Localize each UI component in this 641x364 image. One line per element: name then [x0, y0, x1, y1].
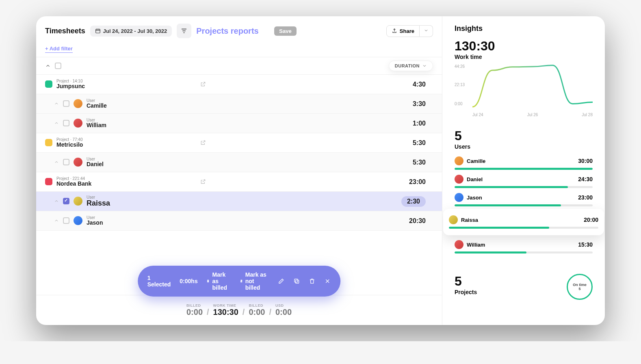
row-duration: 23:00 [409, 178, 426, 186]
footer-worktime-value: 130:30 [213, 308, 238, 316]
users-count-value: 5 [455, 128, 593, 143]
footer-usd-label: USD [275, 303, 292, 308]
insight-user-list: Camille 30:00 Daniel 24:30 Jason 23:00 R… [455, 154, 593, 254]
svg-rect-2 [295, 279, 298, 282]
chevron-down-icon [424, 28, 429, 33]
calendar-icon [95, 28, 101, 34]
worktime-chart: 44:26 22:13 0:00 Jul 24 Jul 26 Jul 28 [455, 64, 593, 117]
edit-icon [278, 278, 284, 284]
collapse-all-button[interactable] [45, 63, 51, 69]
date-range-text: Jul 24, 2022 - Jul 30, 2022 [103, 28, 167, 34]
row-checkbox[interactable] [63, 217, 69, 224]
selection-action-bar: 1 Selected 0:00hs Mark as billed Mark as… [138, 266, 341, 297]
insight-user-time: 24:30 [578, 176, 593, 182]
row-name: Metricsilo [56, 142, 83, 148]
expand-button[interactable] [54, 121, 59, 126]
close-selection-button[interactable] [324, 278, 331, 284]
row-name: Daniel [87, 161, 104, 167]
mark-billed-button[interactable]: Mark as billed [207, 271, 231, 291]
report-name-input[interactable] [196, 26, 269, 36]
user-row[interactable]: UserCamille3:30 [36, 94, 442, 114]
external-link-button[interactable] [200, 140, 206, 145]
row-checkbox[interactable] [63, 100, 69, 107]
insight-user-bar [449, 227, 598, 229]
insight-user-bar [455, 186, 593, 188]
row-duration: 5:30 [413, 139, 426, 147]
footer-usd-value: 0:00 [275, 308, 292, 316]
footer-worktime-label: WORK TIME [213, 303, 238, 308]
selection-count: 1 Selected [147, 275, 171, 288]
save-button[interactable]: Save [274, 26, 296, 36]
insight-user-item[interactable]: Daniel 24:30 [455, 172, 593, 188]
timesheet-rows: Project · 14:10Jumpsunc 4:30 UserCamille… [36, 75, 442, 295]
project-row[interactable]: Project · 14:10Jumpsunc 4:30 [36, 75, 442, 94]
user-row[interactable]: UserJason20:30 [36, 211, 442, 231]
row-checkbox[interactable] [63, 198, 69, 204]
expand-button[interactable] [54, 199, 59, 204]
delete-button[interactable] [309, 278, 315, 284]
user-avatar [455, 240, 463, 249]
users-count-label: Users [455, 143, 593, 150]
row-name: Jumpsunc [56, 83, 85, 89]
row-duration: 3:30 [413, 100, 426, 108]
receipt-icon [207, 278, 210, 284]
user-avatar [455, 175, 463, 184]
insight-user-item[interactable]: Raissa 20:00 [443, 209, 604, 235]
mark-not-billed-button[interactable]: Mark as not billed [240, 271, 269, 291]
expand-button[interactable] [54, 101, 59, 106]
select-all-checkbox[interactable] [55, 63, 61, 69]
copy-icon [293, 278, 300, 284]
footer-billed-label: BILLED [186, 303, 203, 308]
row-duration: 20:30 [409, 217, 426, 225]
chart-ytick: 22:13 [455, 82, 465, 87]
insight-user-name: Daniel [467, 176, 575, 182]
row-name: Nordea Bank [56, 181, 91, 187]
project-row[interactable]: Project · 221:44Nordea Bank 23:00 [36, 172, 442, 192]
add-filter-button[interactable]: + Add filter [45, 46, 73, 53]
edit-button[interactable] [278, 278, 284, 284]
chart-xtick: Jul 24 [472, 113, 483, 117]
project-row[interactable]: Project · 77:40Metricsilo 5:30 [36, 133, 442, 153]
date-range-button[interactable]: Jul 24, 2022 - Jul 30, 2022 [90, 26, 172, 37]
footer-billed2-label: BILLED [249, 303, 265, 308]
receipt-off-icon [240, 278, 243, 284]
insight-user-item[interactable]: Jason 23:00 [455, 191, 593, 206]
chart-xtick: Jul 28 [582, 113, 593, 117]
expand-button[interactable] [54, 160, 59, 165]
share-label: Share [400, 28, 414, 34]
ontime-ring: On time 5 [567, 274, 593, 300]
expand-button[interactable] [54, 218, 59, 223]
user-row[interactable]: UserRaissa2:30 [36, 192, 442, 211]
footer-totals: BILLED 0:00 / WORK TIME 130:30 / BILLED … [36, 295, 442, 325]
user-row[interactable]: UserWilliam1:00 [36, 114, 442, 133]
insight-user-name: William [467, 242, 575, 248]
user-avatar [74, 197, 82, 206]
selection-time: 0:00hs [180, 278, 197, 284]
share-button[interactable]: Share [386, 25, 420, 37]
insight-user-time: 15:30 [578, 241, 593, 248]
trash-icon [309, 278, 315, 284]
user-avatar [74, 99, 82, 108]
duration-column-header[interactable]: DURATION [389, 61, 433, 71]
external-link-button[interactable] [200, 179, 206, 184]
user-avatar [74, 119, 82, 128]
ontime-label: On time [573, 283, 587, 287]
user-row[interactable]: UserDaniel5:30 [36, 153, 442, 172]
insight-user-item[interactable]: William 15:30 [455, 238, 593, 254]
row-checkbox[interactable] [63, 159, 69, 165]
svg-rect-1 [296, 280, 299, 283]
insight-user-item[interactable]: Camille 30:00 [455, 154, 593, 170]
projects-count-label: Projects [455, 289, 477, 295]
close-icon [324, 278, 331, 284]
top-bar: Timesheets Jul 24, 2022 - Jul 30, 2022 S… [36, 16, 442, 41]
share-dropdown-button[interactable] [420, 25, 433, 37]
project-color-icon [45, 80, 52, 88]
external-link-button[interactable] [200, 81, 206, 87]
row-checkbox[interactable] [63, 120, 69, 126]
user-avatar [455, 156, 463, 165]
project-color-icon [45, 178, 52, 185]
filter-list-button[interactable] [177, 24, 191, 38]
insight-user-name: Raissa [461, 217, 580, 223]
user-avatar [455, 193, 463, 202]
copy-button[interactable] [293, 278, 300, 284]
